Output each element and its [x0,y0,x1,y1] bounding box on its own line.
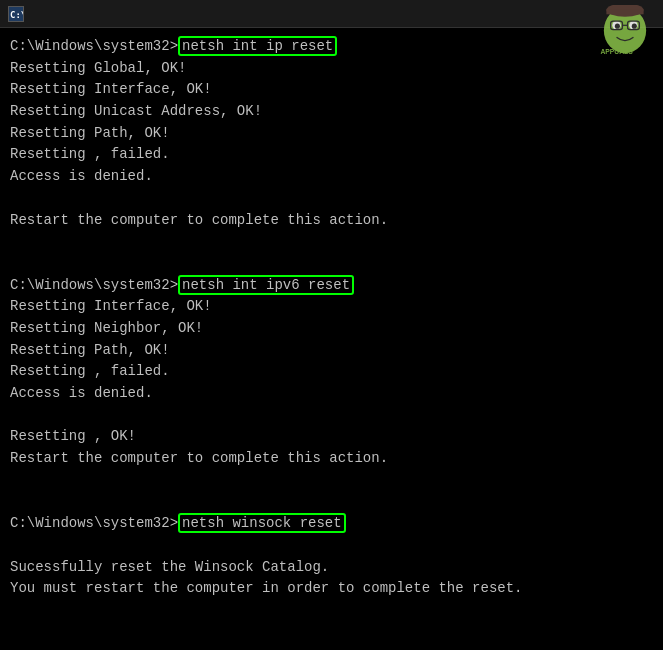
output-line: Restart the computer to complete this ac… [10,210,653,232]
svg-rect-11 [606,9,643,14]
output-line: Sucessfully reset the Winsock Catalog. [10,557,653,579]
output-line: Access is denied. [10,383,653,405]
blank-line [10,491,653,513]
prompt-text: C:\Windows\system32> [10,277,178,293]
svg-text:APPUALS: APPUALS [600,48,633,55]
watermark: APPUALS [595,5,655,64]
command-line: C:\Windows\system32>netsh int ip reset [10,36,653,58]
blank-line [10,253,653,275]
output-line: Resetting , OK! [10,426,653,448]
blank-line [10,470,653,492]
command-line: C:\Windows\system32>netsh int ipv6 reset [10,275,653,297]
cmd-icon: C:\ [8,6,24,22]
prompt-text: C:\Windows\system32> [10,515,178,531]
output-line: Access is denied. [10,166,653,188]
title-bar: C:\ [0,0,663,28]
blank-line [10,535,653,557]
output-line: Restart the computer to complete this ac… [10,448,653,470]
output-line: You must restart the computer in order t… [10,578,653,600]
output-line: Resetting , failed. [10,144,653,166]
blank-line [10,188,653,210]
command-text: netsh int ipv6 reset [178,275,354,295]
output-line: Resetting , failed. [10,361,653,383]
blank-line [10,405,653,427]
output-line: Resetting Global, OK! [10,58,653,80]
output-line: Resetting Unicast Address, OK! [10,101,653,123]
svg-point-5 [615,24,620,29]
prompt-text: C:\Windows\system32> [10,38,178,54]
output-line: Resetting Path, OK! [10,340,653,362]
output-line: Resetting Interface, OK! [10,296,653,318]
command-line: C:\Windows\system32>netsh winsock reset [10,513,653,535]
output-line: Resetting Interface, OK! [10,79,653,101]
svg-point-6 [632,24,637,29]
output-line: Resetting Path, OK! [10,123,653,145]
output-line: Resetting Neighbor, OK! [10,318,653,340]
command-text: netsh int ip reset [178,36,337,56]
blank-line [10,231,653,253]
svg-text:C:\: C:\ [10,10,23,20]
terminal-body: C:\Windows\system32>netsh int ip resetRe… [0,28,663,650]
command-text: netsh winsock reset [178,513,346,533]
